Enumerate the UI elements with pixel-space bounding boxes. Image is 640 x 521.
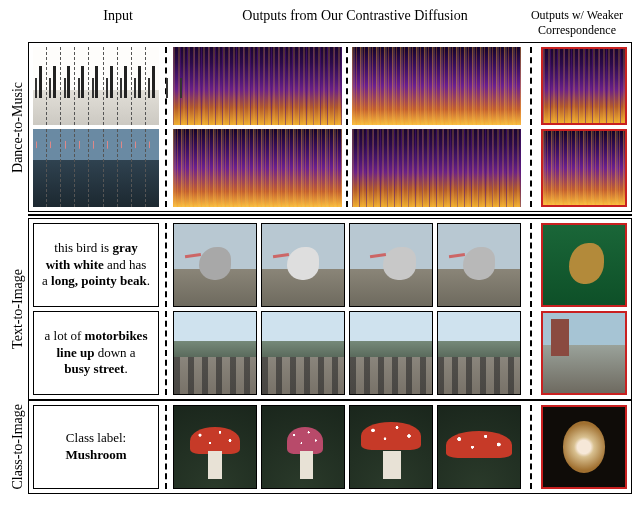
header-weak: Outputs w/ Weaker Correspondence bbox=[522, 8, 632, 38]
video-frame bbox=[61, 129, 75, 207]
video-frame bbox=[75, 47, 89, 125]
spectrogram-weak bbox=[541, 47, 627, 125]
generated-image bbox=[173, 311, 257, 395]
generated-image bbox=[349, 311, 433, 395]
figure-teaser: Input Outputs from Our Contrastive Diffu… bbox=[0, 0, 640, 502]
spectrogram bbox=[352, 129, 521, 207]
spectrogram-weak bbox=[541, 129, 627, 207]
spectrogram bbox=[173, 47, 342, 125]
generated-image-weak bbox=[541, 405, 627, 489]
section-dance-to-music: Dance-to-Music bbox=[8, 42, 632, 212]
generated-image bbox=[349, 405, 433, 489]
video-frame bbox=[33, 47, 47, 125]
generated-image bbox=[261, 223, 345, 307]
text-prompt-bird: this bird is gray with white and has a l… bbox=[33, 223, 159, 307]
dance-input-2 bbox=[33, 129, 159, 207]
video-frame bbox=[104, 47, 118, 125]
video-frame bbox=[89, 47, 103, 125]
video-frame bbox=[104, 129, 118, 207]
header-input: Input bbox=[48, 8, 188, 38]
video-frame bbox=[118, 47, 132, 125]
generated-image bbox=[261, 311, 345, 395]
generated-image bbox=[437, 311, 521, 395]
generated-image bbox=[261, 405, 345, 489]
text-prompt-motorbikes: a lot of motorbikes line up down a busy … bbox=[33, 311, 159, 395]
video-frame bbox=[33, 129, 47, 207]
generated-image bbox=[437, 223, 521, 307]
video-frame bbox=[61, 47, 75, 125]
generated-image bbox=[173, 223, 257, 307]
row-label-class: Class-to-Image bbox=[8, 400, 28, 494]
video-frame bbox=[118, 129, 132, 207]
video-frame bbox=[146, 47, 159, 125]
column-headers: Input Outputs from Our Contrastive Diffu… bbox=[48, 8, 632, 38]
video-frame bbox=[146, 129, 159, 207]
header-ours: Outputs from Our Contrastive Diffusion bbox=[188, 8, 522, 38]
dance-input-1 bbox=[33, 47, 159, 125]
generated-image bbox=[349, 223, 433, 307]
spectrogram bbox=[352, 47, 521, 125]
generated-image bbox=[437, 405, 521, 489]
spectrogram bbox=[173, 129, 342, 207]
video-frame bbox=[47, 129, 61, 207]
video-frame bbox=[89, 129, 103, 207]
generated-image-weak bbox=[541, 311, 627, 395]
generated-image bbox=[173, 405, 257, 489]
section-text-to-image: Text-to-Image this bird is gray with whi… bbox=[8, 218, 632, 400]
video-frame bbox=[47, 47, 61, 125]
row-label-dance: Dance-to-Music bbox=[8, 42, 28, 212]
section-class-to-image: Class-to-Image Class label: Mushroom bbox=[8, 400, 632, 494]
video-frame bbox=[75, 129, 89, 207]
video-frame bbox=[132, 129, 146, 207]
generated-image-weak bbox=[541, 223, 627, 307]
video-frame bbox=[132, 47, 146, 125]
row-label-text: Text-to-Image bbox=[8, 218, 28, 400]
class-label-prompt: Class label: Mushroom bbox=[33, 405, 159, 489]
